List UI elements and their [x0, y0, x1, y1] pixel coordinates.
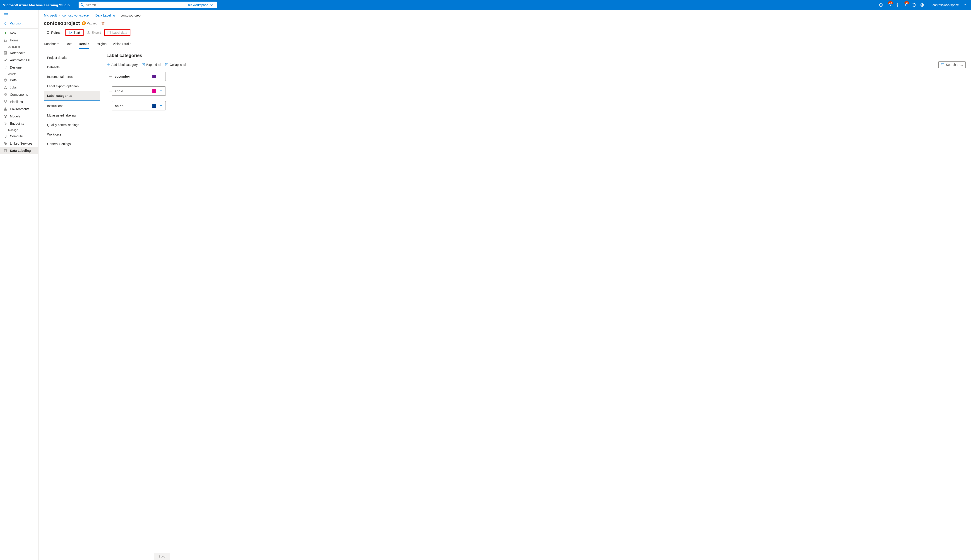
category-card[interactable]: cucumber	[112, 72, 166, 81]
breadcrumb-root[interactable]: Microsoft	[44, 13, 57, 17]
page-title: contosoproject	[44, 20, 80, 26]
breadcrumb-workspace[interactable]: contosoworkspace	[62, 13, 89, 17]
svg-point-21	[5, 68, 6, 69]
subnav-incremental-refresh[interactable]: Incremental refresh	[44, 72, 100, 82]
category-card[interactable]: apple	[112, 87, 166, 96]
nav-components[interactable]: Components	[0, 91, 38, 98]
filter-icon	[941, 63, 944, 66]
breadcrumb-section[interactable]: Data Labeling	[95, 13, 115, 17]
nav-data-labeling[interactable]: Data Labeling	[0, 147, 38, 154]
nav-new[interactable]: New	[0, 29, 38, 37]
start-button[interactable]: Start	[65, 29, 84, 36]
section-authoring: Authoring	[0, 44, 38, 49]
subnav-instructions[interactable]: Instructions	[44, 101, 100, 111]
nav-automl[interactable]: Automated ML	[0, 57, 38, 64]
chevron-down-icon	[963, 3, 966, 6]
tab-insights[interactable]: Insights	[95, 40, 107, 48]
hamburger-menu[interactable]	[0, 11, 38, 19]
subnav-general-settings[interactable]: General Settings	[44, 139, 100, 149]
add-sublabel-button[interactable]	[159, 89, 163, 93]
directory-icon[interactable]: 14	[901, 0, 910, 10]
nav-designer[interactable]: Designer	[0, 64, 38, 71]
svg-point-24	[4, 79, 7, 80]
nav-notebooks[interactable]: Notebooks	[0, 49, 38, 57]
svg-rect-29	[4, 100, 5, 101]
subnav-quality-control[interactable]: Quality control settings	[44, 120, 100, 130]
svg-line-22	[5, 67, 5, 68]
flask-icon	[3, 85, 7, 89]
save-button[interactable]: Save	[154, 553, 170, 560]
filter-search[interactable]: Search to ...	[938, 61, 966, 68]
expand-icon	[142, 63, 145, 66]
back-link[interactable]: Microsoft	[0, 19, 38, 27]
label-categories-panel: Label categories Add label category Expa…	[100, 53, 966, 149]
nav-models[interactable]: Models	[0, 113, 38, 120]
nav-jobs[interactable]: Jobs	[0, 84, 38, 91]
svg-rect-28	[6, 95, 7, 96]
tab-data[interactable]: Data	[66, 40, 73, 48]
tab-dashboard[interactable]: Dashboard	[44, 40, 60, 48]
subnav-datasets[interactable]: Datasets	[44, 62, 100, 72]
nav-data[interactable]: Data	[0, 77, 38, 84]
add-label-category-button[interactable]: Add label category	[107, 63, 138, 67]
subnav-ml-assisted[interactable]: ML assisted labeling	[44, 111, 100, 120]
help-icon[interactable]	[910, 0, 918, 10]
monitor-icon	[3, 134, 7, 138]
search-scope-dropdown[interactable]: This workspace	[184, 3, 215, 7]
nav-home[interactable]: Home	[0, 37, 38, 44]
categories-toolbar: Add label category Expand all Collapse a…	[107, 61, 966, 68]
tab-details[interactable]: Details	[79, 40, 89, 48]
search-input[interactable]	[84, 3, 184, 7]
nav-compute[interactable]: Compute	[0, 133, 38, 140]
star-icon	[101, 21, 105, 25]
notification-badge: 23	[888, 2, 893, 4]
svg-rect-25	[4, 93, 5, 94]
subnav-label-export[interactable]: Label export (optional)	[44, 82, 100, 91]
favorite-star[interactable]	[101, 21, 105, 26]
category-name: onion	[115, 104, 152, 108]
title-row: contosoproject Paused	[44, 20, 966, 26]
svg-line-1	[83, 6, 84, 7]
feedback-icon[interactable]	[918, 0, 926, 10]
add-sublabel-button[interactable]	[159, 103, 163, 108]
notifications-icon[interactable]: 23	[885, 0, 893, 10]
left-sidebar: Microsoft New Home Authoring Notebooks A…	[0, 10, 38, 560]
subnav-label-categories[interactable]: Label categories	[44, 91, 100, 101]
category-name: apple	[115, 89, 152, 93]
collapse-icon	[165, 63, 168, 66]
svg-point-5	[914, 6, 914, 6]
back-arrow-icon	[3, 22, 7, 25]
settings-icon[interactable]	[893, 0, 901, 10]
label-data-button[interactable]: Label data	[104, 29, 130, 36]
category-card[interactable]: onion	[112, 101, 166, 110]
add-sublabel-button[interactable]	[159, 74, 163, 78]
search-box[interactable]: This workspace	[79, 2, 217, 8]
refresh-icon	[46, 31, 50, 34]
nav-endpoints[interactable]: Endpoints	[0, 120, 38, 127]
directory-badge: 14	[904, 2, 909, 4]
export-button[interactable]: Export	[84, 29, 103, 36]
home-icon	[3, 38, 7, 42]
expand-all-button[interactable]: Expand all	[142, 63, 161, 67]
link-icon	[3, 142, 7, 145]
svg-rect-30	[6, 100, 7, 101]
svg-point-0	[81, 3, 83, 6]
tab-vision-studio[interactable]: Vision Studio	[113, 40, 131, 48]
subnav-workforce[interactable]: Workforce	[44, 130, 100, 139]
nav-pipelines[interactable]: Pipelines	[0, 98, 38, 105]
refresh-button[interactable]: Refresh	[44, 29, 65, 36]
automl-icon	[3, 58, 7, 62]
nav-environments[interactable]: Environments	[0, 105, 38, 113]
color-swatch	[152, 75, 156, 78]
recent-icon[interactable]	[877, 0, 885, 10]
category-name: cucumber	[115, 75, 152, 78]
svg-point-3	[897, 4, 898, 6]
subnav-project-details[interactable]: Project details	[44, 53, 100, 62]
nav-linked-services[interactable]: Linked Services	[0, 140, 38, 147]
search-icon	[80, 3, 84, 7]
collapse-all-button[interactable]: Collapse all	[165, 63, 186, 67]
plus-icon	[159, 103, 163, 107]
breadcrumb-current: contosoproject	[121, 13, 141, 17]
workspace-expand[interactable]	[961, 3, 968, 7]
workspace-name[interactable]: contosoworkspace	[930, 3, 961, 7]
